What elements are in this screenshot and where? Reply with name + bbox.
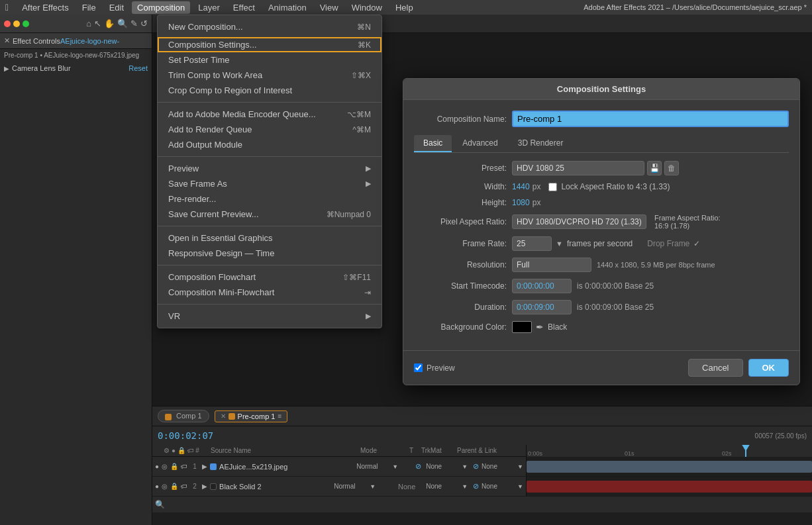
search-icon[interactable]: 🔍 [155, 500, 165, 509]
apple-icon[interactable]:  [5, 2, 9, 13]
precomp-tab-menu-icon[interactable]: ≡ [278, 412, 281, 420]
effect-controls-link[interactable]: AEjuice-logo-new- [60, 37, 119, 45]
menu-item-effect[interactable]: Effect [228, 1, 260, 14]
menu-item-file[interactable]: File [77, 1, 101, 14]
track2-parent[interactable]: None [482, 483, 515, 490]
menu-item-add-media-encoder[interactable]: Add to Adobe Media Encoder Queue... ⌥⌘M [158, 107, 381, 122]
menu-item-add-output-module[interactable]: Add Output Module [158, 137, 381, 152]
panel-maximize-btn[interactable] [23, 21, 29, 27]
track2-solo-icon[interactable]: ● [155, 483, 159, 490]
resolution-select[interactable]: Full [512, 258, 591, 272]
track2-mode-dropdown[interactable]: ▼ [370, 483, 376, 490]
menu-item-crop-comp[interactable]: Crop Comp to Region of Interest [158, 83, 381, 98]
effect-controls-tab[interactable]: Effect Controls [13, 37, 60, 45]
menu-item-composition-settings[interactable]: Composition Settings... ⌘K [158, 37, 381, 52]
menu-item-window[interactable]: Window [346, 1, 387, 14]
cancel-button[interactable]: Cancel [688, 359, 742, 377]
preview-checkbox[interactable] [414, 363, 423, 372]
track2-parent-link[interactable]: ⊘ [473, 482, 479, 491]
track1-parent[interactable]: None [482, 463, 515, 470]
hand-tool-icon[interactable]: ✋ [104, 19, 115, 28]
preset-delete-icon[interactable]: 🗑 [664, 161, 679, 175]
bg-color-swatch[interactable] [512, 321, 532, 333]
menu-item-pre-render[interactable]: Pre-render... [158, 191, 381, 207]
height-value[interactable]: 1080 [512, 198, 530, 207]
search-icon[interactable]: 🔍 [117, 19, 128, 28]
ok-button[interactable]: OK [748, 359, 789, 377]
track1-solo-icon[interactable]: ● [155, 463, 159, 470]
height-row: Height: 1080 px [414, 198, 789, 207]
menu-item-comp-mini-flowchart[interactable]: Composition Mini-Flowchart ⇥ [158, 285, 381, 300]
menu-item-layer[interactable]: Layer [193, 1, 225, 14]
brush-tool-icon[interactable]: ✎ [130, 19, 138, 28]
track2-parent-dropdown[interactable]: ▼ [517, 483, 523, 490]
track2-trkmat-dropdown[interactable]: ▼ [462, 483, 468, 490]
menu-item-animation[interactable]: Animation [263, 1, 312, 14]
tab-advanced[interactable]: Advanced [453, 135, 507, 152]
width-value[interactable]: 1440 [512, 182, 530, 191]
menu-item-view[interactable]: View [315, 1, 344, 14]
precomp-close-icon[interactable]: ✕ [221, 412, 226, 420]
track2-trkmat[interactable]: None [426, 483, 459, 490]
drop-frame-checkmark[interactable]: ✓ [693, 239, 700, 248]
track2-expand[interactable]: ▶ [202, 483, 207, 490]
preset-save-icon[interactable]: 💾 [647, 161, 662, 175]
track1-parent-dropdown[interactable]: ▼ [517, 463, 523, 470]
menu-item-preview[interactable]: Preview ▶ [158, 161, 381, 176]
tab-basic[interactable]: Basic [414, 135, 452, 152]
menu-item-aftereffects[interactable]: After Effects [17, 1, 74, 14]
panel-minimize-btn[interactable] [13, 21, 20, 27]
menu-item-add-render-queue[interactable]: Add to Render Queue ^⌘M [158, 122, 381, 137]
start-timecode-input[interactable] [512, 279, 572, 293]
dialog-footer: Preview Cancel OK [403, 350, 799, 385]
track1-trkmat[interactable]: None [426, 463, 459, 470]
frame-rate-dropdown-icon[interactable]: ▼ [556, 240, 563, 248]
track2-label-icon[interactable]: 🏷 [181, 483, 187, 490]
menu-item-comp-flowchart[interactable]: Composition Flowchart ⇧⌘F11 [158, 269, 381, 285]
menu-item-essential-graphics[interactable]: Open in Essential Graphics [158, 230, 381, 246]
layer-reset-btn[interactable]: Reset [128, 64, 148, 72]
lock-aspect-checkbox[interactable] [548, 183, 557, 191]
menu-item-trim-comp[interactable]: Trim Comp to Work Area ⇧⌘X [158, 68, 381, 83]
menu-item-new-composition[interactable]: New Composition... ⌘N [158, 19, 381, 34]
menu-item-save-frame-as[interactable]: Save Frame As ▶ [158, 176, 381, 191]
menu-item-composition[interactable]: Composition [132, 1, 190, 14]
track1-audio-icon[interactable]: ◎ [162, 463, 168, 470]
select-tool-icon[interactable]: ↖ [94, 19, 101, 28]
rotate-icon[interactable]: ↺ [140, 19, 148, 28]
menu-item-responsive-design[interactable]: Responsive Design — Time [158, 246, 381, 261]
close-x-icon[interactable]: ✕ [4, 36, 10, 45]
menu-item-help[interactable]: Help [390, 1, 419, 14]
track1-mode-dropdown[interactable]: ▼ [392, 463, 398, 470]
timeline-controls: 0:00:02:07 00057 (25.00 fps) [152, 426, 812, 445]
track2-lock-icon[interactable]: 🔒 [170, 483, 178, 490]
menu-item-vr[interactable]: VR ▶ [158, 309, 381, 324]
track1-mode[interactable]: Normal [356, 463, 389, 470]
drop-frame-label: Drop Frame [647, 239, 689, 248]
duration-input[interactable] [512, 300, 572, 314]
playhead[interactable] [745, 445, 746, 457]
comp-name-input[interactable] [512, 111, 789, 127]
pixel-aspect-select[interactable]: HDV 1080/DVCPRO HD 720 (1.33) [512, 215, 646, 229]
home-icon[interactable]: ⌂ [86, 19, 91, 28]
track1-label-icon[interactable]: 🏷 [181, 463, 187, 470]
menu-item-edit[interactable]: Edit [104, 1, 129, 14]
track2-audio-icon[interactable]: ◎ [162, 483, 168, 490]
comp1-tab[interactable]: Comp 1 [158, 410, 209, 422]
frame-rate-input[interactable] [512, 236, 552, 251]
track1-trkmat-dropdown[interactable]: ▼ [462, 463, 468, 470]
track1-trkmat-link[interactable]: ⊘ [413, 462, 423, 471]
track1-lock-icon[interactable]: 🔒 [170, 463, 178, 470]
layer-expand-arrow[interactable]: ▶ [4, 65, 9, 72]
time-display[interactable]: 0:00:02:07 [158, 430, 213, 441]
track1-parent-link[interactable]: ⊘ [473, 462, 479, 471]
menu-item-save-current-preview[interactable]: Save Current Preview... ⌘Numpad 0 [158, 207, 381, 222]
precomp1-tab[interactable]: ✕ Pre-comp 1 ≡ [215, 410, 288, 422]
preset-select[interactable]: HDV 1080 25 [512, 161, 644, 175]
tab-3d-renderer[interactable]: 3D Renderer [509, 135, 573, 152]
track1-expand[interactable]: ▶ [202, 463, 207, 470]
track2-mode[interactable]: Normal [334, 483, 367, 490]
panel-close-btn[interactable] [4, 21, 11, 27]
eyedropper-icon[interactable]: ✒ [536, 322, 544, 332]
menu-item-set-poster-time[interactable]: Set Poster Time [158, 52, 381, 68]
